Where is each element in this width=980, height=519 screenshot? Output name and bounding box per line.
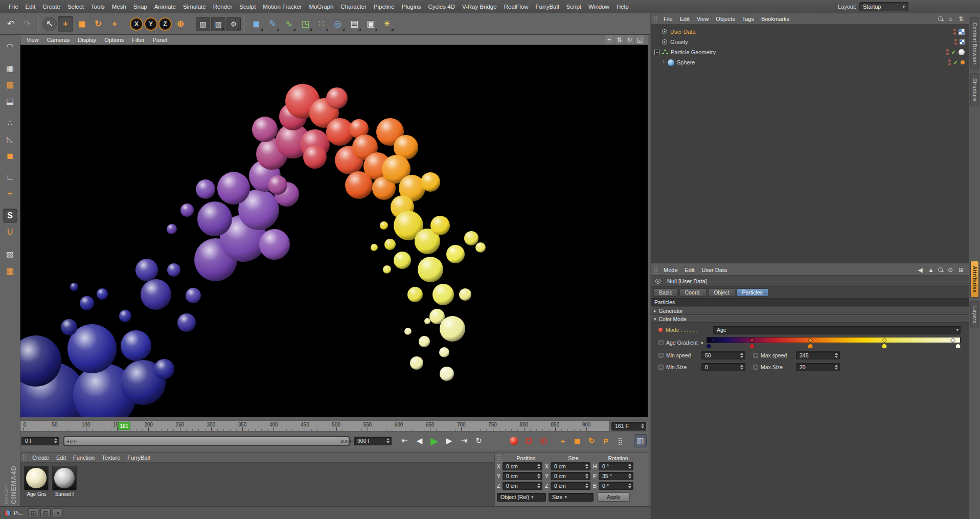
spinner-icon[interactable] bbox=[641, 423, 644, 428]
current-frame-marker[interactable]: 161 bbox=[118, 422, 130, 430]
min-speed-field[interactable]: 50 bbox=[701, 351, 745, 359]
material-item-sunset-i[interactable]: Sunset I bbox=[52, 466, 77, 497]
color-mode-group-header[interactable]: ▾ Color Mode bbox=[651, 315, 969, 323]
lock-z-axis-button[interactable]: Z bbox=[158, 17, 172, 31]
panel-grip[interactable] bbox=[654, 15, 658, 22]
lock-x-axis-button[interactable]: X bbox=[130, 17, 143, 31]
menu-select[interactable]: Select bbox=[64, 4, 87, 10]
viewport-menu-display[interactable]: Display bbox=[74, 37, 100, 43]
coordinate-system-button[interactable]: ⊕ bbox=[173, 16, 188, 32]
live-selection-button[interactable]: ↖ bbox=[42, 17, 57, 31]
age-gradient-widget[interactable] bbox=[706, 337, 961, 348]
gradient-knot-4[interactable] bbox=[956, 344, 961, 348]
autokeying-button[interactable] bbox=[522, 434, 535, 447]
nav-back-icon[interactable]: ◀ bbox=[916, 266, 924, 274]
material-item-age-gra[interactable]: Age Gra bbox=[24, 466, 49, 497]
object-manager-menu-tags[interactable]: Tags bbox=[739, 16, 758, 22]
visibility-dots[interactable] bbox=[948, 59, 951, 65]
menu-pipeline[interactable]: Pipeline bbox=[370, 4, 398, 10]
visibility-dots[interactable] bbox=[954, 39, 957, 45]
side-tab-content-browser[interactable]: Content Browser bbox=[970, 17, 979, 70]
gradient-knot-0[interactable] bbox=[706, 344, 711, 348]
parameter-icon[interactable] bbox=[753, 353, 758, 358]
object-mode-dropdown[interactable]: Object (Rel) ▾ bbox=[497, 493, 546, 502]
preview-range-bar[interactable]: ◂ 0 F 900 F ▸ bbox=[64, 437, 349, 445]
spinner-icon[interactable] bbox=[585, 473, 588, 479]
add-deformer-button[interactable]: ◎ bbox=[330, 16, 346, 32]
size-y-field[interactable]: 0 cm bbox=[551, 472, 590, 480]
tab-basic[interactable]: Basic bbox=[653, 288, 678, 297]
menu-window[interactable]: Window bbox=[585, 4, 613, 10]
panel-grip[interactable] bbox=[654, 266, 658, 274]
apply-button[interactable]: Apply bbox=[597, 492, 630, 502]
search-icon[interactable] bbox=[938, 16, 944, 22]
position-x-field[interactable]: 0 cm bbox=[503, 462, 542, 470]
mode-dropdown[interactable]: Age ▾ bbox=[713, 326, 961, 334]
grid-sm-tag[interactable] bbox=[960, 39, 965, 44]
rotation-p-field[interactable]: 35 ° bbox=[599, 472, 633, 480]
texture-paint-button[interactable]: ▨ bbox=[3, 247, 17, 261]
position-y-field[interactable]: 0 cm bbox=[503, 472, 542, 480]
enabled-check[interactable]: ✓ bbox=[951, 49, 956, 56]
move-tool-button[interactable]: + bbox=[58, 16, 73, 32]
size-x-field[interactable]: 0 cm bbox=[551, 462, 590, 470]
current-frame-field[interactable]: 161 F bbox=[611, 422, 646, 431]
menu-mograph[interactable]: MoGraph bbox=[305, 4, 337, 10]
material-menu-create[interactable]: Create bbox=[29, 455, 53, 461]
axis-mode-button[interactable]: ∟ bbox=[3, 170, 17, 185]
menu-edit[interactable]: Edit bbox=[22, 4, 39, 10]
rotate-view-icon[interactable]: ↻ bbox=[625, 35, 634, 44]
edges-mode-button[interactable]: ◺ bbox=[3, 132, 17, 146]
spinner-icon[interactable] bbox=[585, 464, 588, 469]
key-scale-button[interactable]: ◼ bbox=[571, 434, 584, 447]
rotate-tool-button[interactable]: ↻ bbox=[90, 16, 106, 32]
age-gradient-bar[interactable] bbox=[706, 337, 961, 343]
lock-y-axis-button[interactable]: Y bbox=[144, 17, 157, 31]
menu-cycles-4d[interactable]: Cycles 4D bbox=[424, 4, 458, 10]
rotation-h-field[interactable]: 0 ° bbox=[599, 462, 633, 470]
viewport-menu-cameras[interactable]: Cameras bbox=[43, 37, 74, 43]
attribute-menu-user-data[interactable]: User Data bbox=[698, 267, 731, 273]
polygons-mode-button[interactable]: ◼ bbox=[3, 148, 17, 163]
loop-mode-button[interactable]: ↻ bbox=[472, 434, 486, 448]
workplane-mode-button[interactable]: ▤ bbox=[3, 94, 17, 108]
menu-mesh[interactable]: Mesh bbox=[108, 4, 130, 10]
minimized-window-label[interactable]: Pi... bbox=[14, 510, 23, 516]
menu-v-ray-bridge[interactable]: V-Ray Bridge bbox=[459, 4, 500, 10]
add-camera-button[interactable]: ▣ bbox=[363, 16, 378, 32]
material-menu-function[interactable]: Function bbox=[70, 455, 98, 461]
play-button[interactable]: ▶ bbox=[427, 434, 441, 448]
menu-help[interactable]: Help bbox=[613, 4, 632, 10]
add-pen-button[interactable]: ✎ bbox=[265, 16, 280, 32]
render-picture-viewer-button[interactable]: ▧ bbox=[211, 17, 225, 31]
material-thumbnail[interactable] bbox=[52, 466, 77, 490]
menu-script[interactable]: Script bbox=[563, 4, 585, 10]
uv-mode-button[interactable]: ▦ bbox=[3, 263, 17, 278]
tab-object[interactable]: Object bbox=[708, 288, 735, 297]
parameter-icon[interactable] bbox=[658, 353, 664, 358]
collapse-toggle[interactable]: − bbox=[654, 50, 660, 55]
object-row-particle-geometry[interactable]: −Particle Geometry✓ bbox=[651, 47, 969, 57]
preview-range-slider[interactable]: ◂ 0 F 900 F ▸ bbox=[63, 436, 350, 446]
spinner-icon[interactable] bbox=[628, 483, 631, 488]
size-mode-dropdown[interactable]: Size ▾ bbox=[549, 493, 594, 502]
menu-animate[interactable]: Animate bbox=[151, 4, 179, 10]
object-row-user-data[interactable]: User Data bbox=[651, 27, 969, 37]
gradient-knot-1[interactable] bbox=[750, 344, 755, 348]
position-z-field[interactable]: 0 cm bbox=[503, 482, 542, 490]
menu-snap[interactable]: Snap bbox=[130, 4, 151, 10]
spinner-icon[interactable] bbox=[537, 473, 540, 479]
minimized-window-1-button[interactable]: ◱ bbox=[28, 508, 38, 517]
material-menu-texture[interactable]: Texture bbox=[98, 455, 124, 461]
record-options-button[interactable] bbox=[537, 434, 550, 447]
object-manager-menu-file[interactable]: File bbox=[660, 16, 676, 22]
side-tab-structure[interactable]: Structure bbox=[970, 73, 979, 106]
add-environment-button[interactable]: ▤ bbox=[347, 16, 362, 32]
scale-tool-button[interactable]: ◼ bbox=[74, 16, 89, 32]
panel-grip[interactable] bbox=[497, 455, 502, 462]
panel-grip[interactable] bbox=[22, 454, 27, 461]
visibility-dots[interactable] bbox=[953, 29, 956, 35]
spinner-icon[interactable] bbox=[628, 473, 631, 479]
render-view-button[interactable]: ▧ bbox=[196, 17, 210, 31]
render-settings-button[interactable]: ⚙ bbox=[226, 17, 241, 31]
